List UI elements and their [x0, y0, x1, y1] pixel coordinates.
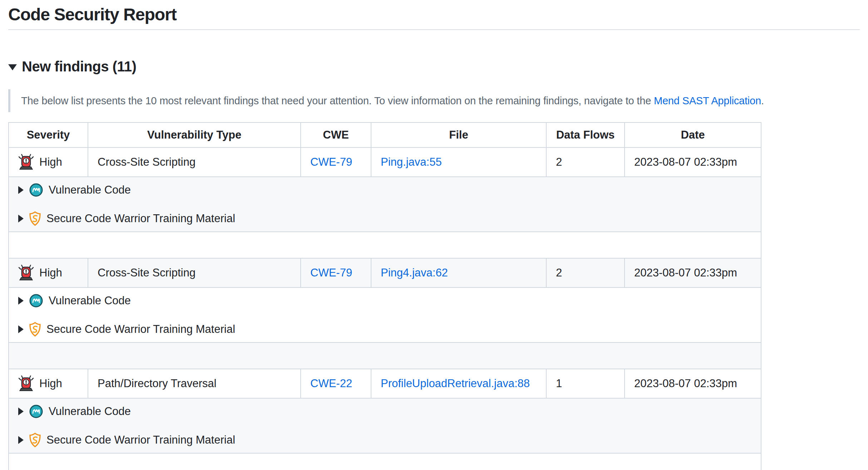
training-material-toggle[interactable]: Secure Code Warrior Training Material — [18, 210, 751, 227]
cwe-cell: CWE-79 — [301, 258, 371, 288]
file-cell: ProfileUploadRetrieval.java:88 — [371, 369, 546, 398]
table-header-row: Severity Vulnerability Type CWE File Dat… — [9, 122, 761, 148]
vulnerability-type-cell: Cross-Site Scripting — [88, 258, 301, 288]
findings-table-body: High Cross-Site Scripting CWE-79 Ping.ja… — [9, 148, 761, 470]
training-material-details: Secure Code Warrior Training Material — [18, 431, 751, 449]
vulnerable-code-label: Vulnerable Code — [49, 292, 131, 309]
mend-logo-icon — [29, 294, 43, 308]
mend-logo-icon — [29, 404, 43, 419]
spacer-row — [9, 342, 761, 369]
file-cell: Ping4.java:62 — [371, 258, 546, 288]
finding-row: High Cross-Site Scripting CWE-79 Ping.ja… — [9, 148, 761, 177]
training-material-label: Secure Code Warrior Training Material — [46, 431, 235, 449]
triangle-right-icon — [18, 408, 24, 415]
cwe-cell: CWE-22 — [301, 369, 371, 398]
severity-cell: High — [9, 148, 88, 177]
date-cell: 2023-08-07 02:33pm — [625, 258, 761, 288]
finding-row: High Path/Directory Traversal CWE-22 Pro… — [9, 369, 761, 398]
secure-code-warrior-shield-icon — [29, 322, 41, 337]
secure-code-warrior-shield-icon — [29, 432, 41, 448]
file-cell: Ping.java:55 — [371, 148, 546, 177]
file-link[interactable]: Ping.java:55 — [381, 156, 442, 168]
high-severity-siren-icon — [18, 154, 34, 170]
column-header-data-flows: Data Flows — [546, 122, 625, 148]
finding-row: High Cross-Site Scripting CWE-79 Ping4.j… — [9, 258, 761, 288]
date-cell: 2023-08-07 02:33pm — [625, 148, 761, 177]
vulnerable-code-details: Vulnerable Code — [18, 292, 751, 309]
vulnerability-type-cell: Path/Directory Traversal — [88, 369, 301, 398]
severity-cell: High — [9, 369, 88, 398]
column-header-cwe: CWE — [301, 122, 371, 148]
spacer-row — [9, 232, 761, 258]
spacer-row — [9, 453, 761, 470]
training-material-toggle[interactable]: Secure Code Warrior Training Material — [18, 321, 751, 338]
file-link[interactable]: Ping4.java:62 — [381, 266, 448, 279]
triangle-right-icon — [18, 215, 24, 222]
training-material-details: Secure Code Warrior Training Material — [18, 210, 751, 227]
severity-label: High — [39, 375, 62, 392]
vulnerable-code-details: Vulnerable Code — [18, 181, 751, 199]
cwe-link[interactable]: CWE-22 — [310, 377, 352, 390]
mend-sast-application-link[interactable]: Mend SAST Application — [654, 95, 761, 106]
vulnerability-type-cell: Cross-Site Scripting — [88, 148, 301, 177]
finding-details-row: Vulnerable Code Secure Code Warrior Trai… — [9, 288, 761, 342]
vulnerable-code-label: Vulnerable Code — [49, 403, 131, 420]
finding-details-row: Vulnerable Code Secure Code Warrior Trai… — [9, 398, 761, 453]
secure-code-warrior-shield-icon — [29, 211, 41, 226]
page-title: Code Security Report — [8, 4, 860, 30]
triangle-right-icon — [18, 297, 24, 305]
markdown-body: Code Security Report New findings (11) T… — [0, 0, 868, 470]
date-cell: 2023-08-07 02:33pm — [625, 369, 761, 398]
training-material-toggle[interactable]: Secure Code Warrior Training Material — [18, 431, 751, 449]
vulnerable-code-label: Vulnerable Code — [49, 181, 131, 199]
new-findings-toggle[interactable]: New findings (11) — [8, 57, 860, 76]
data-flows-cell: 1 — [546, 369, 625, 398]
new-findings-heading: New findings (11) — [22, 57, 136, 76]
findings-note-suffix: . — [761, 95, 764, 106]
findings-note: The below list presents the 10 most rele… — [8, 89, 860, 112]
findings-note-text: The below list presents the 10 most rele… — [21, 95, 654, 106]
column-header-file: File — [371, 122, 546, 148]
vulnerable-code-toggle[interactable]: Vulnerable Code — [18, 403, 751, 420]
training-material-details: Secure Code Warrior Training Material — [18, 321, 751, 338]
column-header-severity: Severity — [9, 122, 88, 148]
file-link[interactable]: ProfileUploadRetrieval.java:88 — [381, 377, 530, 390]
training-material-label: Secure Code Warrior Training Material — [46, 321, 235, 338]
severity-label: High — [39, 264, 62, 281]
vulnerable-code-toggle[interactable]: Vulnerable Code — [18, 292, 751, 309]
findings-table: Severity Vulnerability Type CWE File Dat… — [8, 122, 761, 470]
training-material-label: Secure Code Warrior Training Material — [46, 210, 235, 227]
data-flows-cell: 2 — [546, 258, 625, 288]
severity-label: High — [39, 154, 62, 171]
mend-logo-icon — [29, 183, 43, 197]
cwe-link[interactable]: CWE-79 — [310, 156, 352, 168]
triangle-down-icon — [8, 64, 17, 70]
cwe-cell: CWE-79 — [301, 148, 371, 177]
column-header-vulnerability-type: Vulnerability Type — [88, 122, 301, 148]
triangle-right-icon — [18, 186, 24, 194]
triangle-right-icon — [18, 325, 24, 333]
vulnerable-code-details: Vulnerable Code — [18, 403, 751, 420]
vulnerable-code-toggle[interactable]: Vulnerable Code — [18, 181, 751, 199]
new-findings-section: New findings (11) The below list present… — [8, 57, 860, 470]
triangle-right-icon — [18, 436, 24, 444]
high-severity-siren-icon — [18, 375, 34, 392]
cwe-link[interactable]: CWE-79 — [310, 266, 352, 279]
column-header-date: Date — [625, 122, 761, 148]
severity-cell: High — [9, 258, 88, 288]
high-severity-siren-icon — [18, 265, 34, 281]
finding-details-row: Vulnerable Code Secure Code Warrior Trai… — [9, 177, 761, 232]
data-flows-cell: 2 — [546, 148, 625, 177]
